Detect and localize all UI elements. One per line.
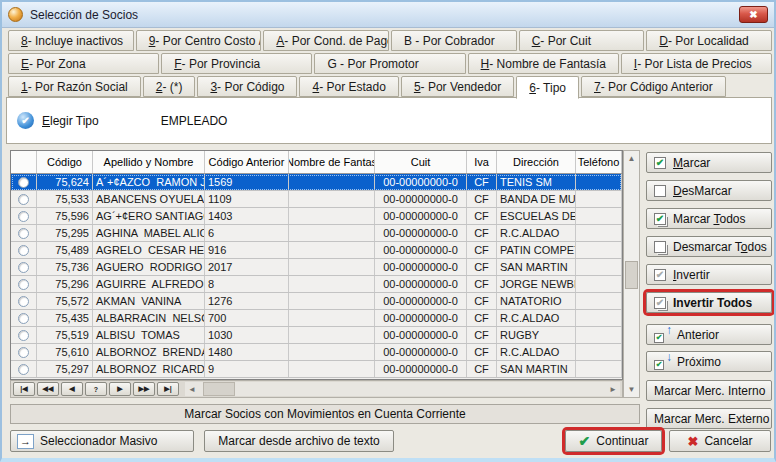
table-row[interactable]: 75,295AGHINA MABEL ALICIA600-00000000-0C…: [11, 225, 622, 242]
horizontal-scroll-thumb[interactable]: [203, 382, 235, 396]
table-row[interactable]: 75,572AKMAN VANINA127600-00000000-0CFNAT…: [11, 293, 622, 310]
table-row[interactable]: 75,435ALBARRACIN NELSON EL70000-00000000…: [11, 310, 622, 327]
invertir-todos-button[interactable]: ✔Invertir Todos: [646, 292, 772, 313]
tab-d-por-localidad[interactable]: D - Por Localidad: [646, 30, 772, 51]
table-row[interactable]: 75,610ALBORNOZ BRENDA VAN148000-00000000…: [11, 344, 622, 361]
cell: CF: [467, 344, 497, 360]
marcar-desde-archivo-button[interactable]: Marcar desde archivo de texto: [204, 430, 394, 452]
elegir-tipo-button[interactable]: ✔ Elegir Tipo: [17, 112, 99, 129]
cell: [576, 327, 622, 343]
scroll-up-icon[interactable]: ▲: [624, 151, 639, 166]
cb-empty-icon: [654, 185, 666, 197]
marcar-cuenta-corriente-button[interactable]: Marcar Socios con Movimientos en Cuenta …: [10, 404, 640, 424]
cell: AGUERO RODRIGO ALEJA: [93, 259, 205, 275]
tab-4-por-estado[interactable]: 4 - Por Estado: [299, 76, 398, 97]
tab-h-nombre-de-fantasía[interactable]: H - Nombre de Fantasía: [468, 53, 619, 74]
marcar-desde-archivo-label: Marcar desde archivo de texto: [218, 434, 379, 448]
tab-1-por-razón-social[interactable]: 1 - Por Razón Social: [8, 76, 141, 97]
tab-8-incluye-inactivos[interactable]: 8 - Incluye inactivos: [8, 30, 134, 51]
horizontal-scrollbar[interactable]: ◄ ►: [185, 382, 620, 396]
continuar-button[interactable]: ✔ Continuar: [565, 430, 662, 452]
table-row[interactable]: 75,296AGUIRRE ALFREDO800-00000000-0CFJOR…: [11, 276, 622, 293]
cell: 75,296: [37, 276, 93, 292]
anterior-button[interactable]: ✔↑Anterior: [646, 324, 772, 345]
tab-g-por-promotor[interactable]: G - Por Promotor: [314, 53, 465, 74]
table-row[interactable]: 75,489AGRELO CESAR HECTOR91600-00000000-…: [11, 242, 622, 259]
tab-5-por-vendedor[interactable]: 5 - Por Vendedor: [401, 76, 514, 97]
cell: [289, 293, 375, 309]
table-row[interactable]: 75,736AGUERO RODRIGO ALEJA201700-0000000…: [11, 259, 622, 276]
cell: [576, 361, 622, 377]
cell: 00-00000000-0: [375, 310, 467, 326]
nav-next-button[interactable]: ▶: [109, 382, 131, 396]
tab-e-por-zona[interactable]: E - Por Zona: [8, 53, 159, 74]
tab-f-por-provincia[interactable]: F - Por Provincia: [161, 53, 312, 74]
marcar-button[interactable]: ✔Marcar: [646, 152, 772, 173]
marcar-merc-interno-button[interactable]: Marcar Merc. Interno: [646, 380, 772, 401]
check-icon: ✔: [656, 361, 663, 369]
scroll-left-icon[interactable]: ◄: [185, 382, 199, 396]
title-bar: Selección de Socios ✖: [2, 2, 774, 28]
cell: SAN MARTIN: [497, 259, 576, 275]
cell: 00-00000000-0: [375, 293, 467, 309]
cell: JORGE NEWBE: [497, 276, 576, 292]
tab-3-por-código[interactable]: 3 - Por Código: [197, 76, 297, 97]
nav-next-page-button[interactable]: ▶▶: [133, 382, 155, 396]
tab-9-por-centro-costo-beneficio[interactable]: 9 - Por Centro Costo / Beneficio: [136, 30, 262, 51]
table-row[interactable]: 75,297ALBORNOZ RICARDO RO900-00000000-0C…: [11, 361, 622, 378]
tab-a-por-cond-de-pago[interactable]: A - Por Cond. de Pago: [263, 30, 389, 51]
nav-prior-button[interactable]: ◀: [61, 382, 83, 396]
tab-2-[interactable]: 2 - (*): [143, 76, 196, 97]
tab-row-3: 1 - Por Razón Social2 - (*)3 - Por Códig…: [6, 76, 774, 97]
cell: CF: [467, 327, 497, 343]
socios-grid: CódigoApellido y NombreCódigo AnteriorNo…: [10, 150, 623, 380]
nav-first-button[interactable]: |◀: [13, 382, 35, 396]
cell: 00-00000000-0: [375, 208, 467, 224]
cell: ALBORNOZ RICARDO RO: [93, 361, 205, 377]
cell: CF: [467, 276, 497, 292]
vertical-scroll-thumb[interactable]: [625, 261, 638, 289]
cell: 00-00000000-0: [375, 327, 467, 343]
desmarcar-button[interactable]: DesMarcar: [646, 180, 772, 201]
tab-c-por-cuit[interactable]: C - Por Cuit: [519, 30, 645, 51]
table-row[interactable]: 75,624A´+¢AZCO RAMON JOSE156900-00000000…: [11, 174, 622, 191]
seleccionador-masivo-button[interactable]: → Seleccionador Masivo: [10, 430, 194, 452]
marcar-todos-button[interactable]: ✔Marcar Todos: [646, 208, 772, 229]
tab-panel-tipo: ✔ Elegir Tipo EMPLEADO: [6, 97, 772, 144]
table-row[interactable]: 75,596AG´+¢ERO SANTIAGO ME140300-0000000…: [11, 208, 622, 225]
row-select-cell: [11, 259, 37, 275]
nav-search-button[interactable]: ?: [85, 382, 107, 396]
tab-b-por-cobrador[interactable]: B - Por Cobrador: [391, 30, 517, 51]
tab-i-por-lista-de-precios[interactable]: I - Por Lista de Precios: [621, 53, 772, 74]
cell: 75,533: [37, 191, 93, 207]
check-icon: ✔: [656, 214, 664, 224]
scroll-down-icon[interactable]: ▼: [624, 382, 639, 397]
cell: [576, 276, 622, 292]
tab-6-tipo[interactable]: 6 - Tipo: [516, 76, 579, 99]
desmarcar-todos-button[interactable]: Desmarcar Todos: [646, 236, 772, 257]
cell: ALBISU TOMAS: [93, 327, 205, 343]
nav-prior-page-button[interactable]: ◀◀: [37, 382, 59, 396]
cell: [289, 344, 375, 360]
arrow-icon: ↓: [666, 350, 672, 364]
row-select-cell: [11, 276, 37, 292]
marcar-merc-interno-button-label: Marcar Merc. Interno: [654, 384, 765, 398]
cell: 6: [205, 225, 289, 241]
cell: R.C.ALDAO: [497, 310, 576, 326]
checkbox-down-arrow-icon: ✔↓: [654, 354, 670, 370]
marcar-merc-externo-button[interactable]: Marcar Merc. Externo: [646, 408, 772, 429]
invertir-button[interactable]: ✔Invertir: [646, 264, 772, 285]
marcar-merc-externo-button-label: Marcar Merc. Externo: [654, 412, 769, 426]
row-select-cell: [11, 344, 37, 360]
row-radio-icon: [18, 245, 29, 256]
table-row[interactable]: 75,533ABANCENS OYUELA ALEJ110900-0000000…: [11, 191, 622, 208]
nav-last-button[interactable]: ▶|: [157, 382, 179, 396]
table-row[interactable]: 75,519ALBISU TOMAS103000-00000000-0CFRUG…: [11, 327, 622, 344]
cell: NATATORIO: [497, 293, 576, 309]
proximo-button[interactable]: ✔↓Próximo: [646, 351, 772, 372]
scroll-right-icon[interactable]: ►: [606, 382, 620, 396]
close-button[interactable]: ✖: [739, 6, 768, 23]
vertical-scrollbar[interactable]: ▲ ▼: [623, 150, 640, 398]
tab-7-por-código-anterior[interactable]: 7 - Por Código Anterior: [581, 76, 726, 97]
cancelar-button[interactable]: ✖ Cancelar: [669, 430, 771, 452]
